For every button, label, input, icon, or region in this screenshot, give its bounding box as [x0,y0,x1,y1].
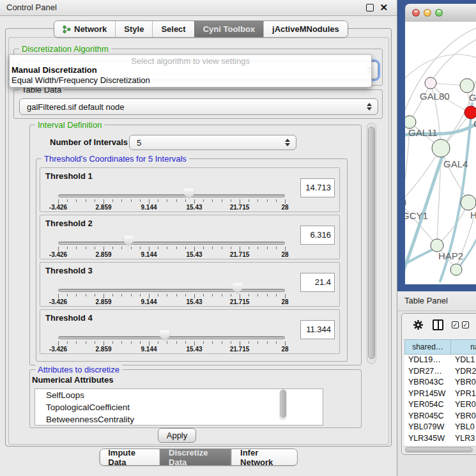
network-edge[interactable] [431,40,476,83]
tab-label: Select [161,24,185,34]
table-cell[interactable]: YBR0 [451,411,476,422]
tab-infer-network[interactable]: Infer Network [231,449,297,465]
tab-cyni-toolbox[interactable]: Cyni Toolbox [194,21,263,37]
tab-discretize-data[interactable]: Discretize Data [160,449,231,465]
table-cell[interactable]: YBL0 [451,422,476,433]
slider-handle[interactable] [124,236,134,247]
algorithm-option[interactable]: Equal Width/Frequency Discretization [12,75,150,85]
attributes-group-title: Attributes to discretize [35,365,122,374]
tab-network[interactable]: Network [54,21,115,37]
table-row[interactable]: YLR345WYLR3 [404,433,476,445]
checkbox-icon[interactable]: ✓ [452,321,459,328]
tab-jactivemnodules[interactable]: jActiveMNodules [263,21,348,37]
number-of-intervals-combobox[interactable]: 5 [129,135,296,150]
tab-label: Style [124,24,144,34]
slider-tick [167,294,167,296]
algorithm-dropdown-popup: Select algorithm to view settings Manual… [9,54,372,88]
table-cell[interactable]: YBR0 [451,377,476,388]
tick-label: 9.144 [141,346,157,353]
slider-track[interactable] [58,336,285,339]
float-window-icon[interactable] [366,4,374,12]
network-node-GAL80[interactable] [425,77,436,89]
network-edge[interactable] [405,54,476,78]
slider-handle[interactable] [233,283,242,294]
network-canvas[interactable]: GAL80GACGAL11GAL4GCY1HHAP2 [405,22,476,284]
slider-tick [140,199,141,202]
table-row[interactable]: YBR045CYBR0 [404,411,476,422]
threshold-value-field[interactable]: 21.4 [300,273,335,292]
minimize-traffic-light-icon[interactable] [424,9,431,17]
slider-track[interactable] [58,242,285,245]
table-panel-title: Table Panel [404,291,448,311]
slider-tick-labels: -3.4262.8599.14415.4321.71528 [58,346,285,353]
slider-tick [240,294,240,298]
column-header[interactable]: shared… [404,339,451,355]
vertical-scrollbar[interactable] [367,123,376,364]
network-node-node-H[interactable] [461,195,476,210]
table-cell[interactable]: YDR2 [451,366,476,378]
node-label: GAL11 [408,127,438,138]
zoom-traffic-light-icon[interactable] [435,9,443,17]
tab-label: Infer Network [240,449,289,466]
tab-impute-data[interactable]: Impute Data [100,449,160,465]
slider-tick [249,341,249,344]
slider-tick [194,247,195,251]
slider-tick [240,199,240,204]
column-layout-icon[interactable] [433,319,443,330]
network-node-red-node[interactable] [464,106,476,119]
table-cell[interactable]: YDR27… [404,366,451,378]
table-cell[interactable]: YDL1 [451,355,476,366]
apply-button[interactable]: Apply [158,428,196,443]
table-cell[interactable]: YBL079W [404,422,451,433]
table-cell[interactable]: YLR3 [451,433,476,445]
slider-tick [67,294,68,296]
scrollbar-thumb[interactable] [405,447,473,452]
table-row[interactable]: YDR27…YDR2 [404,366,476,378]
table-row[interactable]: YBR043CYBR0 [404,377,476,388]
column-header[interactable]: na [451,339,476,355]
slider-handle[interactable] [160,330,169,341]
table-row[interactable]: YPR145WYPR1 [404,388,476,400]
network-node-node-bottom[interactable] [450,264,462,275]
table-cell[interactable]: YLR345W [404,433,451,445]
network-window-titlebar[interactable] [405,4,476,22]
slider-track[interactable] [58,289,285,292]
network-node-GCY1[interactable] [405,196,406,209]
close-icon[interactable]: ✕ [380,1,388,15]
node-label: GCY1 [405,210,428,221]
table-cell[interactable]: YER054C [404,399,451,411]
attributes-scrollbar[interactable] [279,389,287,420]
network-node-HAP2[interactable] [431,239,443,252]
table-cell[interactable]: YPR1 [451,388,476,400]
checkbox-icon[interactable]: ✓ [462,321,469,328]
scrollbar-thumb[interactable] [280,390,286,418]
threshold-value-field[interactable]: 14.713 [300,178,335,197]
table-data-combobox[interactable]: galFiltered.sif default node [19,98,378,115]
scrollbar-thumb[interactable] [368,127,375,359]
slider-track[interactable] [58,194,285,197]
table-row[interactable]: YDL19…YDL1 [404,355,476,366]
node-label: HAP2 [438,250,463,261]
number-of-intervals-value: 5 [137,135,141,150]
threshold-value-field[interactable]: 6.316 [300,226,335,245]
slider-handle[interactable] [184,188,194,199]
table-cell[interactable]: YBR045C [404,411,451,422]
tab-select[interactable]: Select [152,21,194,37]
table-row[interactable]: YER054CYER0 [404,399,476,411]
horizontal-scrollbar[interactable] [404,446,476,454]
network-node-GAL4[interactable] [432,139,450,157]
close-traffic-light-icon[interactable] [412,9,420,17]
slider-tick [58,341,59,346]
table-cell[interactable]: YDL19… [404,355,451,366]
tab-style[interactable]: Style [115,21,152,37]
threshold-value-field[interactable]: 11.344 [300,320,335,339]
table-cell[interactable]: YER0 [451,399,476,411]
table-row[interactable]: YBL079WYBL0 [404,422,476,433]
slider-tick [140,294,141,296]
network-node-node-top-right[interactable] [460,79,474,93]
algorithm-option[interactable]: Manual Discretization [12,65,97,75]
table-cell[interactable]: YPR145W [404,388,451,400]
gear-icon[interactable] [413,319,424,333]
network-node-GAL11[interactable] [405,116,416,128]
table-cell[interactable]: YBR043C [404,377,451,388]
